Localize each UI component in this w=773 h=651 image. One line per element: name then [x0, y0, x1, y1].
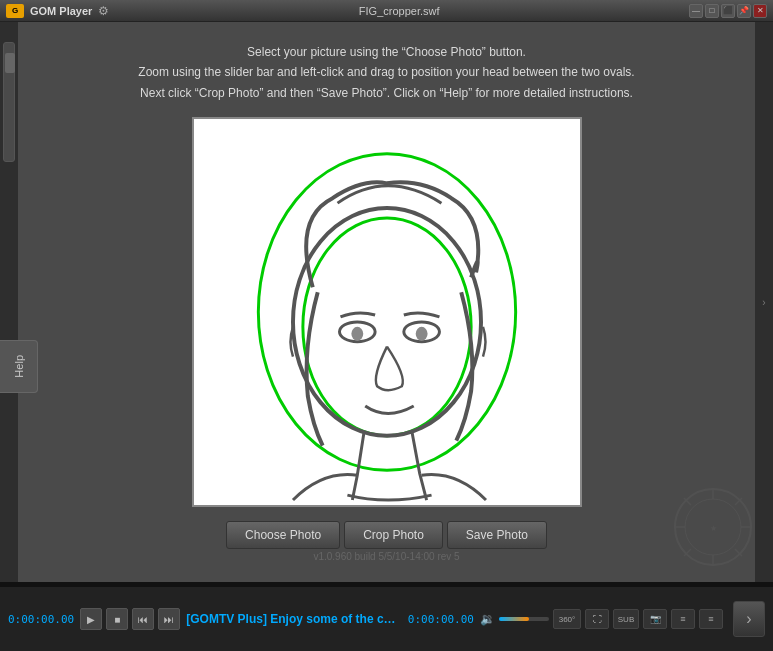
action-buttons: Choose Photo Crop Photo Save Photo [226, 521, 547, 549]
ticker-text: [GOMTV Plus] Enjoy some of the covered c… [186, 612, 402, 626]
face-illustration [194, 119, 580, 505]
360-button[interactable]: 360° [553, 609, 581, 629]
title-bar-left: G GOM Player ⚙ [6, 4, 109, 18]
svg-point-7 [415, 327, 427, 341]
instruction-line-3: Next click “Crop Photo” and then “Save P… [138, 83, 634, 103]
restore-button[interactable]: □ [705, 4, 719, 18]
transport-controls: ▶ ■ ⏮ ⏭ [80, 608, 180, 630]
right-sidebar: › [755, 22, 773, 582]
volume-icon[interactable]: 🔉 [480, 612, 495, 626]
app-name: GOM Player [30, 5, 92, 17]
sub-button[interactable]: SUB [613, 609, 639, 629]
window-controls: — □ ⬛ 📌 ✕ [689, 4, 767, 18]
time-elapsed: 0:00:00.00 [8, 613, 74, 626]
minimize-button[interactable]: — [689, 4, 703, 18]
choose-photo-button[interactable]: Choose Photo [226, 521, 340, 549]
zoom-slider-thumb[interactable] [5, 53, 15, 73]
play-button[interactable]: ▶ [80, 608, 102, 630]
prev-button[interactable]: ⏮ [132, 608, 154, 630]
title-bar: G GOM Player ⚙ FIG_cropper.swf — □ ⬛ 📌 ✕ [0, 0, 773, 22]
save-photo-button[interactable]: Save Photo [447, 521, 547, 549]
photo-canvas[interactable] [192, 117, 582, 507]
zoom-slider[interactable] [3, 42, 15, 162]
menu-button[interactable]: ≡ [699, 609, 723, 629]
help-label: Help [13, 355, 25, 378]
crop-photo-button[interactable]: Crop Photo [344, 521, 443, 549]
left-sidebar [0, 22, 18, 582]
filename-label: FIG_cropper.swf [359, 5, 440, 17]
instruction-line-2: Zoom using the slider bar and left-click… [138, 62, 634, 82]
volume-slider[interactable] [499, 617, 549, 621]
camera-button[interactable]: 📷 [643, 609, 667, 629]
fullscreen-icon-button[interactable]: ⛶ [585, 609, 609, 629]
right-arrow-icon[interactable]: › [762, 297, 765, 308]
volume-fill [499, 617, 529, 621]
svg-text:★: ★ [710, 524, 717, 533]
stop-button[interactable]: ■ [106, 608, 128, 630]
large-next-button[interactable]: › [733, 601, 765, 637]
fullscreen-button[interactable]: ⬛ [721, 4, 735, 18]
bottom-bar: 0:00:00.00 ▶ ■ ⏮ ⏭ [GOMTV Plus] Enjoy so… [0, 582, 773, 651]
time-total: 0:00:00.00 [408, 613, 474, 626]
controls-area: 0:00:00.00 ▶ ■ ⏮ ⏭ [GOMTV Plus] Enjoy so… [0, 587, 773, 651]
version-text: v1.0.960 build 5/5/10-14:00 rev 5 [313, 551, 459, 562]
watermark: ★ [673, 487, 753, 571]
close-button[interactable]: ✕ [753, 4, 767, 18]
gear-icon[interactable]: ⚙ [98, 4, 109, 18]
pin-button[interactable]: 📌 [737, 4, 751, 18]
svg-rect-0 [194, 119, 580, 505]
next-button[interactable]: ⏭ [158, 608, 180, 630]
instruction-line-1: Select your picture using the “Choose Ph… [138, 42, 634, 62]
instructions-block: Select your picture using the “Choose Ph… [138, 42, 634, 103]
main-area: Help Select your picture using the “Choo… [0, 22, 773, 582]
help-tab[interactable]: Help [0, 340, 38, 393]
svg-point-6 [351, 327, 363, 341]
center-content: Select your picture using the “Choose Ph… [18, 22, 755, 582]
right-controls: 🔉 360° ⛶ SUB 📷 ≡ ≡ [480, 609, 723, 629]
equalizer-button[interactable]: ≡ [671, 609, 695, 629]
app-logo: G [6, 4, 24, 18]
